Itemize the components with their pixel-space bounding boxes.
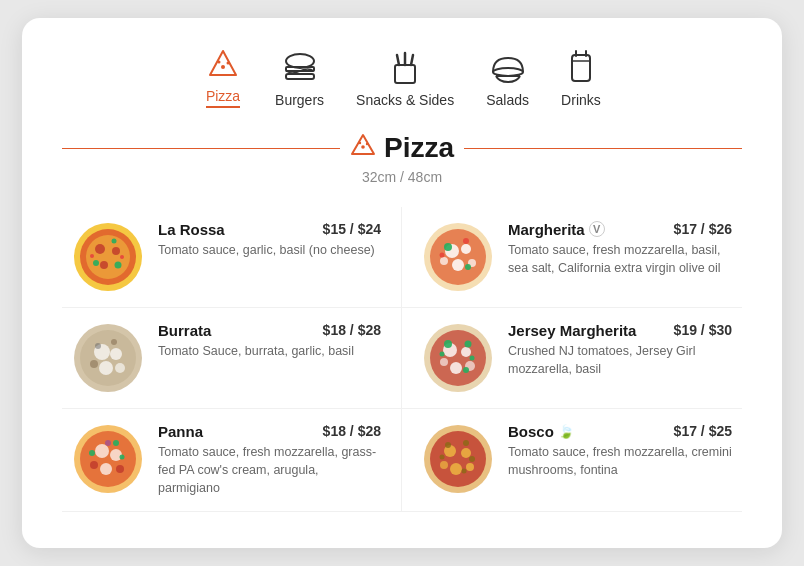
svg-point-33 <box>120 255 124 259</box>
svg-rect-7 <box>286 74 314 79</box>
drink-icon <box>561 50 601 86</box>
menu-price-bosco: $17 / $25 <box>674 423 732 439</box>
svg-point-28 <box>100 261 108 269</box>
svg-point-73 <box>113 440 119 446</box>
menu-name-burrata: Burrata <box>158 322 211 339</box>
svg-point-81 <box>450 463 462 475</box>
right-divider <box>464 148 742 150</box>
menu-price-margherita: $17 / $26 <box>674 221 732 237</box>
svg-point-2 <box>218 60 221 63</box>
bosco-icon: 🍃 <box>558 424 574 439</box>
nav-drinks-label: Drinks <box>561 92 601 108</box>
svg-point-85 <box>463 440 469 446</box>
menu-item-margherita: Margherita V $17 / $26 Tomato sauce, fre… <box>402 207 742 308</box>
svg-point-67 <box>80 431 136 487</box>
menu-item-panna: Panna $18 / $28 Tomato sauce, fresh mozz… <box>62 409 402 512</box>
svg-point-78 <box>430 431 486 487</box>
svg-point-39 <box>440 257 448 265</box>
svg-point-61 <box>444 340 452 348</box>
left-divider <box>62 148 340 150</box>
pizza-img-la-rossa <box>72 221 144 293</box>
svg-point-41 <box>444 243 452 251</box>
svg-point-80 <box>461 448 471 458</box>
nav-burgers[interactable]: Burgers <box>275 50 324 108</box>
svg-point-19 <box>361 145 365 149</box>
pizza-section-icon <box>350 132 376 165</box>
svg-rect-8 <box>395 65 415 83</box>
svg-point-51 <box>90 360 98 368</box>
nav-snacks[interactable]: Snacks & Sides <box>356 50 454 108</box>
svg-point-20 <box>359 142 361 144</box>
pizza-img-jersey-margherita <box>422 322 494 394</box>
nav-pizza[interactable]: Pizza <box>203 46 243 108</box>
svg-point-12 <box>493 68 523 76</box>
section-title-text: Pizza <box>384 132 454 164</box>
menu-name-panna: Panna <box>158 423 203 440</box>
menu-price-panna: $18 / $28 <box>323 423 381 439</box>
section-header: Pizza <box>62 132 742 165</box>
svg-point-48 <box>110 348 122 360</box>
burger-icon <box>280 50 320 86</box>
pizza-img-bosco <box>422 423 494 495</box>
svg-point-69 <box>110 449 122 461</box>
svg-point-29 <box>115 261 122 268</box>
menu-card: Pizza Burgers <box>22 18 782 548</box>
svg-point-50 <box>115 363 125 373</box>
menu-desc-bosco: Tomato sauce, fresh mozzarella, cremini … <box>508 443 732 479</box>
svg-point-70 <box>100 463 112 475</box>
svg-point-21 <box>366 143 368 145</box>
svg-point-52 <box>111 339 117 345</box>
nav-salads[interactable]: Salads <box>486 50 529 108</box>
nav-pizza-label: Pizza <box>206 88 240 108</box>
svg-point-59 <box>440 358 448 366</box>
nav-drinks[interactable]: Drinks <box>561 50 601 108</box>
menu-name-margherita: Margherita V <box>508 221 605 238</box>
menu-desc-jersey-margherita: Crushed NJ tomatoes, Jersey Girl mozzare… <box>508 342 732 378</box>
pizza-img-panna <box>72 423 144 495</box>
nav-snacks-label: Snacks & Sides <box>356 92 454 108</box>
pizza-img-margherita <box>422 221 494 293</box>
svg-point-65 <box>470 355 475 360</box>
menu-info-bosco: Bosco 🍃 $17 / $25 Tomato sauce, fresh mo… <box>508 423 732 479</box>
svg-line-9 <box>397 55 399 65</box>
menu-desc-la-rossa: Tomato sauce, garlic, basil (no cheese) <box>158 241 381 259</box>
menu-info-burrata: Burrata $18 / $28 Tomato Sauce, burrata,… <box>158 322 381 360</box>
menu-desc-burrata: Tomato Sauce, burrata, garlic, basil <box>158 342 381 360</box>
margherita-badge: V <box>589 221 605 237</box>
section-subtitle: 32cm / 48cm <box>62 169 742 185</box>
svg-point-57 <box>461 347 471 357</box>
svg-point-55 <box>430 330 486 386</box>
svg-point-64 <box>440 351 445 356</box>
svg-point-46 <box>80 330 136 386</box>
svg-point-44 <box>440 252 445 257</box>
menu-name-la-rossa: La Rossa <box>158 221 225 238</box>
svg-point-72 <box>116 465 124 473</box>
menu-info-jersey-margherita: Jersey Margherita $19 / $30 Crushed NJ t… <box>508 322 732 378</box>
svg-point-68 <box>95 444 109 458</box>
svg-marker-0 <box>210 51 236 75</box>
svg-point-30 <box>93 260 99 266</box>
nav-burgers-label: Burgers <box>275 92 324 108</box>
svg-point-35 <box>430 229 486 285</box>
pizza-icon <box>203 46 243 82</box>
svg-point-38 <box>452 259 464 271</box>
svg-line-11 <box>411 55 413 65</box>
menu-item-burrata: Burrata $18 / $28 Tomato Sauce, burrata,… <box>62 308 402 409</box>
svg-point-1 <box>221 65 225 69</box>
svg-point-83 <box>440 461 448 469</box>
svg-point-86 <box>469 456 475 462</box>
svg-point-5 <box>286 54 314 68</box>
svg-point-75 <box>120 454 125 459</box>
svg-point-3 <box>227 61 230 64</box>
svg-point-82 <box>466 463 474 471</box>
fries-icon <box>385 50 425 86</box>
svg-point-26 <box>95 244 105 254</box>
svg-point-53 <box>95 343 101 349</box>
svg-point-42 <box>465 264 471 270</box>
svg-marker-18 <box>352 135 374 154</box>
svg-point-31 <box>112 238 117 243</box>
svg-point-84 <box>445 442 451 448</box>
menu-grid: La Rossa $15 / $24 Tomato sauce, garlic,… <box>62 207 742 512</box>
svg-point-27 <box>112 247 120 255</box>
menu-desc-margherita: Tomato sauce, fresh mozzarella, basil, s… <box>508 241 732 277</box>
